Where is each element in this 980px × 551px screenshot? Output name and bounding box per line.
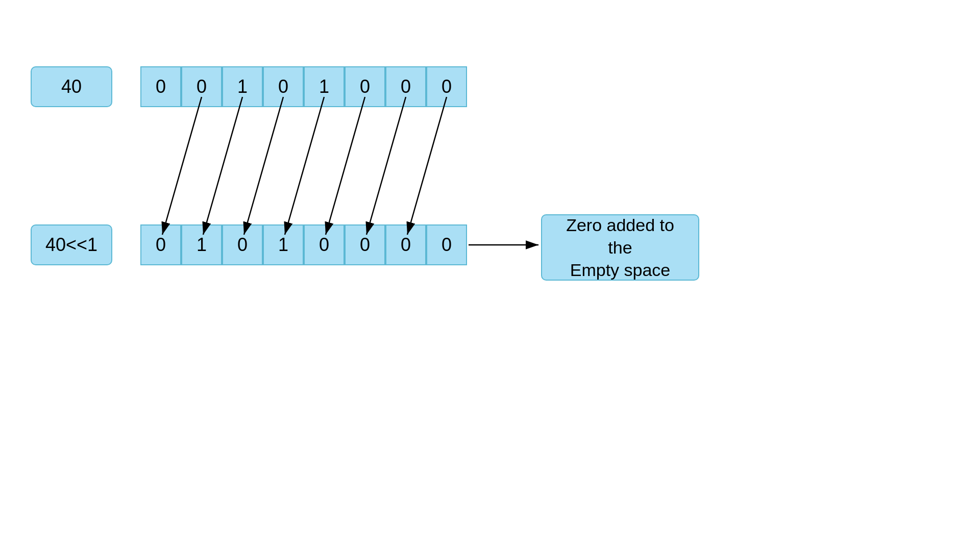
svg-line-1 [162, 97, 202, 235]
svg-line-5 [326, 97, 365, 235]
top-bit-6: 0 [385, 66, 426, 107]
top-bit-4: 1 [304, 66, 345, 107]
top-bit-1: 0 [181, 66, 222, 107]
top-bit-2: 1 [222, 66, 263, 107]
annotation-text: Zero added to theEmpty space [552, 214, 688, 282]
bottom-bit-3: 1 [263, 224, 304, 265]
svg-line-7 [407, 97, 447, 235]
top-bit-5: 0 [345, 66, 385, 107]
bottom-bit-1: 1 [181, 224, 222, 265]
svg-line-2 [203, 97, 242, 235]
bottom-bit-2: 0 [222, 224, 263, 265]
top-bit-row: 00101000 [140, 66, 467, 107]
annotation-box: Zero added to theEmpty space [541, 214, 699, 281]
svg-line-3 [244, 97, 283, 235]
svg-line-6 [366, 97, 406, 235]
label-40: 40 [31, 66, 112, 107]
svg-line-4 [285, 97, 324, 235]
bottom-bit-7: 0 [426, 224, 467, 265]
bottom-bit-0: 0 [140, 224, 181, 265]
top-bit-3: 0 [263, 66, 304, 107]
bottom-bit-6: 0 [385, 224, 426, 265]
bottom-bit-row: 01010000 [140, 224, 467, 265]
label-40shift: 40<<1 [31, 224, 112, 265]
top-bit-0: 0 [140, 66, 181, 107]
bottom-bit-5: 0 [345, 224, 385, 265]
top-bit-7: 0 [426, 66, 467, 107]
bottom-bit-4: 0 [304, 224, 345, 265]
